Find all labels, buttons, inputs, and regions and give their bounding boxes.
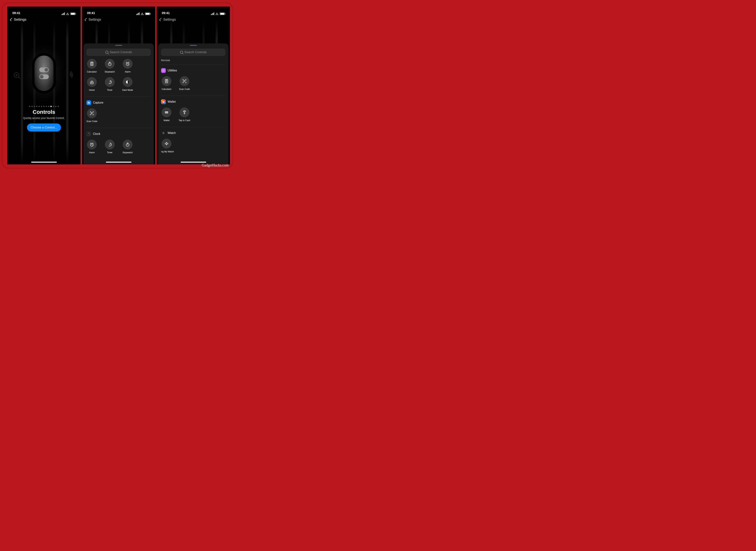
qr-icon xyxy=(87,108,97,118)
back-label: Settings xyxy=(89,18,101,22)
app-icon-utilities xyxy=(161,68,166,73)
section-header-wallet: Wallet xyxy=(161,95,226,104)
app-icon-capture xyxy=(86,100,91,105)
home-indicator[interactable] xyxy=(31,162,57,162)
toggle-on-icon xyxy=(39,67,49,72)
back-button[interactable]: Settings xyxy=(157,16,230,23)
app-icon-watch xyxy=(161,131,166,135)
control-label: Home xyxy=(89,89,95,91)
control-label: Calculator xyxy=(162,88,171,90)
control-label: Stopwatch xyxy=(105,70,115,73)
search-placeholder: Search Controls xyxy=(110,50,132,54)
toggle-off-icon xyxy=(39,74,49,79)
battery-icon xyxy=(70,12,75,15)
control-label: Scan Code xyxy=(86,120,97,123)
control-scan-code[interactable]: Scan Code xyxy=(86,108,97,123)
status-bar: 09:41 xyxy=(7,7,81,16)
control-timer[interactable]: Timer xyxy=(104,77,115,91)
control-calculator[interactable]: Calculator xyxy=(161,76,172,90)
timer-icon xyxy=(105,139,115,149)
control-ping-my-watch[interactable]: Ping My Watch xyxy=(161,139,172,153)
control-label: Calculator xyxy=(87,70,97,73)
svg-point-34 xyxy=(163,70,163,70)
svg-rect-31 xyxy=(88,102,89,102)
home-icon xyxy=(87,77,97,87)
status-time: 09:41 xyxy=(162,11,170,15)
battery-icon xyxy=(220,12,225,15)
search-input[interactable]: Search Controls xyxy=(161,49,226,56)
battery-icon xyxy=(145,12,150,15)
qr-icon xyxy=(180,76,189,86)
svg-point-37 xyxy=(164,71,164,71)
wifi-icon xyxy=(141,12,144,15)
cellular-icon xyxy=(136,12,140,15)
stopwatch-icon xyxy=(105,59,115,69)
section-title: Utilities xyxy=(168,69,177,72)
timer-icon xyxy=(105,77,115,87)
control-label: Scan Code xyxy=(179,88,190,90)
control-label: Tap to Cash xyxy=(179,119,190,122)
control-timer[interactable]: Timer xyxy=(104,139,115,154)
stopwatch-icon xyxy=(123,139,133,149)
page-subtitle: Quickly access your favorite Control. xyxy=(7,116,81,119)
control-scan-code[interactable]: Scan Code xyxy=(179,76,190,90)
section-title: Wallet xyxy=(168,100,176,103)
control-label: Alarm xyxy=(125,70,130,73)
control-dark-mode[interactable]: Dark Mode xyxy=(122,77,133,91)
control-label: Remote xyxy=(161,59,226,62)
svg-point-36 xyxy=(163,71,163,71)
search-placeholder: Search Controls xyxy=(184,50,207,54)
controls-sheet[interactable]: Search Controls RemoteUtilitiesCalculato… xyxy=(158,43,228,164)
back-label: Settings xyxy=(14,18,26,22)
home-indicator[interactable] xyxy=(181,162,206,162)
magnify-plus-icon[interactable] xyxy=(14,72,19,78)
control-home[interactable]: Home xyxy=(86,77,97,91)
control-alarm[interactable]: Alarm xyxy=(122,59,133,73)
phone-screen-3: 09:41 Settings Search Controls RemoteUti… xyxy=(157,7,230,164)
chevron-left-icon xyxy=(159,18,163,21)
cellular-icon xyxy=(211,12,214,15)
phone-screen-1: 09:41 Settings Con xyxy=(7,7,81,164)
control-label: Timer xyxy=(107,151,112,154)
back-button[interactable]: Settings xyxy=(7,16,81,23)
control-calculator[interactable]: Calculator xyxy=(86,59,97,73)
cellular-icon xyxy=(62,12,65,15)
taptocash-icon xyxy=(180,107,189,117)
control-wallet[interactable]: Wallet xyxy=(161,107,172,122)
app-icon-clock xyxy=(86,131,91,136)
shortcuts-icon[interactable] xyxy=(69,72,74,77)
page-dots[interactable] xyxy=(7,104,81,108)
home-indicator[interactable] xyxy=(106,162,131,162)
control-label: Alarm xyxy=(89,151,95,154)
controls-sheet[interactable]: Search Controls CalculatorStopwatchAlarm… xyxy=(83,43,154,164)
pingwatch-icon xyxy=(162,139,171,148)
search-input[interactable]: Search Controls xyxy=(86,49,151,56)
status-time: 09:41 xyxy=(87,11,95,15)
phone-screen-2: 09:41 Settings Search Controls Calculato… xyxy=(82,7,155,164)
control-alarm[interactable]: Alarm xyxy=(86,139,97,154)
control-label: Wallet xyxy=(164,119,170,122)
app-icon-wallet xyxy=(161,99,166,104)
chevron-left-icon xyxy=(85,18,88,21)
section-title: Clock xyxy=(93,132,100,135)
control-stopwatch[interactable]: Stopwatch xyxy=(104,59,115,73)
calculator-icon xyxy=(162,76,171,86)
control-label: Stopwatch xyxy=(123,151,133,154)
section-header-watch: Watch xyxy=(161,127,226,135)
back-button[interactable]: Settings xyxy=(82,16,155,23)
control-label: Ping My Watch xyxy=(161,150,174,153)
source-attribution: GadgetHacks.com xyxy=(202,163,229,167)
wifi-icon xyxy=(66,12,69,15)
section-header-utilities: Utilities xyxy=(161,64,226,73)
section-header-capture: Capture xyxy=(86,96,151,105)
wifi-icon xyxy=(215,12,219,15)
control-tap-to-cash[interactable]: Tap to Cash xyxy=(179,107,190,122)
calculator-icon xyxy=(87,59,97,69)
section-title: Capture xyxy=(93,101,103,104)
section-header-clock: Clock xyxy=(86,128,151,136)
control-stopwatch[interactable]: Stopwatch xyxy=(122,139,133,154)
section-title: Watch xyxy=(168,131,176,135)
choose-control-button[interactable]: Choose a Control... xyxy=(27,123,61,131)
alarm-icon xyxy=(123,59,133,69)
alarm-icon xyxy=(87,139,97,149)
